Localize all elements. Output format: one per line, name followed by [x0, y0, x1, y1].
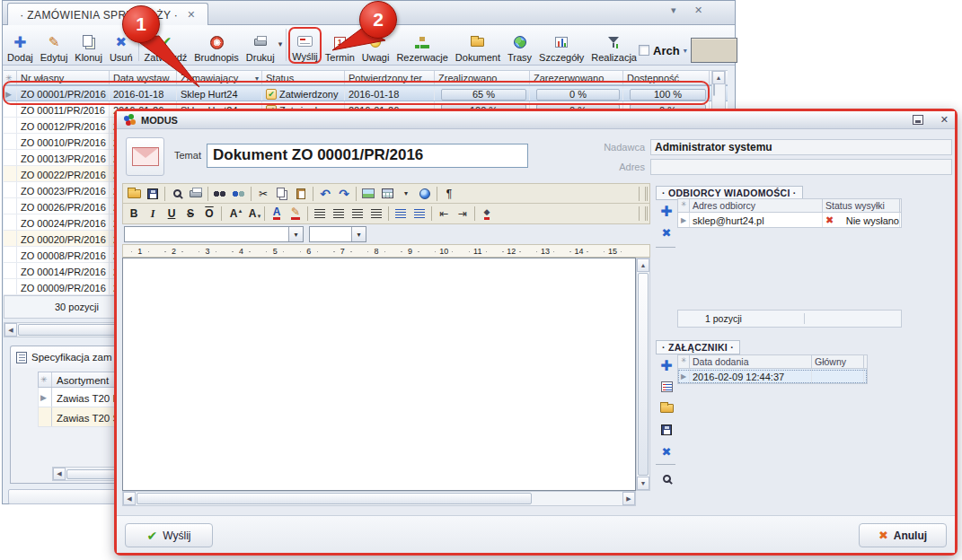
- recipients-col-address[interactable]: Adres odbiorcy: [690, 199, 823, 212]
- dd-icon[interactable]: ▾: [397, 185, 415, 202]
- scroll-right-icon[interactable]: ▶: [622, 492, 635, 505]
- recipients-col-status[interactable]: Status wysyłki: [823, 199, 900, 212]
- globe-icon[interactable]: [416, 185, 434, 202]
- toolbar-button-reserve[interactable]: Rezerwacje: [393, 27, 451, 64]
- scroll-thumb[interactable]: [137, 493, 532, 504]
- arch-checkbox[interactable]: [639, 45, 649, 56]
- align-right-icon[interactable]: [349, 206, 366, 223]
- pilcrow-icon[interactable]: ¶: [440, 185, 458, 202]
- indent-icon[interactable]: ⇥: [454, 206, 472, 223]
- tab-close-icon[interactable]: ✕: [187, 9, 196, 21]
- editor-vscrollbar[interactable]: ▲ ▼: [636, 258, 650, 491]
- scroll-thumb[interactable]: [713, 83, 715, 96]
- undo-icon[interactable]: ↶: [316, 185, 334, 202]
- scroll-thumb[interactable]: [638, 273, 649, 476]
- italic-icon[interactable]: I: [144, 206, 162, 223]
- font-down-icon[interactable]: A: [243, 206, 261, 223]
- send-button[interactable]: ✔ Wyślij: [125, 523, 213, 547]
- cancel-button[interactable]: ✖ Anuluj: [859, 523, 947, 547]
- ink-icon[interactable]: ◆: [478, 206, 496, 223]
- address-field[interactable]: [650, 159, 952, 175]
- cut-icon[interactable]: ✂: [254, 185, 272, 202]
- open-icon[interactable]: [125, 185, 143, 202]
- scroll-up-icon[interactable]: ▲: [712, 71, 725, 84]
- add-recipient-button[interactable]: ✚: [658, 202, 675, 220]
- column-header[interactable]: Status: [262, 71, 345, 84]
- copy-icon[interactable]: [273, 185, 291, 202]
- paste-icon[interactable]: [292, 185, 310, 202]
- save-attachment-button[interactable]: [658, 421, 675, 439]
- strike-icon[interactable]: S: [181, 206, 199, 223]
- font-up-icon[interactable]: A: [225, 206, 243, 223]
- column-header[interactable]: Data wystaw...: [110, 71, 177, 84]
- font-size-select[interactable]: [309, 226, 366, 242]
- toolbar-button-document[interactable]: Dokument: [452, 27, 504, 64]
- subject-input[interactable]: Dokument ZO 00001/PR/2016: [207, 144, 528, 168]
- numbering-icon[interactable]: [410, 206, 428, 223]
- font-select[interactable]: [124, 226, 304, 242]
- highlight-icon[interactable]: ✎: [287, 206, 304, 223]
- toolbar-button-draft[interactable]: Brudnopis: [190, 27, 243, 64]
- replace-icon[interactable]: [230, 185, 248, 202]
- image-icon[interactable]: [359, 185, 377, 202]
- align-justify-icon[interactable]: [367, 206, 385, 223]
- outdent-icon[interactable]: ⇤: [435, 206, 453, 223]
- attachment-row[interactable]: ▶ 2016-02-09 12:44:37: [677, 369, 868, 384]
- scroll-left-icon[interactable]: ◀: [53, 468, 66, 480]
- column-header[interactable]: Nr własny: [17, 71, 110, 84]
- chevron-down-icon[interactable]: ▾: [684, 47, 687, 55]
- align-center-icon[interactable]: [330, 206, 348, 223]
- scroll-left-icon[interactable]: ◀: [123, 492, 136, 505]
- editor-hscrollbar[interactable]: ◀ ▶: [122, 491, 636, 506]
- underline-icon[interactable]: U: [163, 206, 181, 223]
- dialog-title-bar[interactable]: MODUS ✕: [117, 111, 955, 129]
- column-header[interactable]: Zamawiający▾: [177, 71, 262, 84]
- print-dropdown-icon[interactable]: ▾: [278, 39, 283, 48]
- dialog-close-icon[interactable]: ✕: [940, 114, 949, 126]
- scroll-up-icon[interactable]: ▲: [637, 258, 649, 272]
- toolbar-button-details[interactable]: Szczegóły: [535, 27, 587, 64]
- order-row[interactable]: ▶ZO 00001/PR/20162016-01-18Sklep Hurt24✔…: [4, 85, 728, 101]
- tab-sales-orders[interactable]: · ZAMÓWIENIA SPRZEDAŻY · ✕: [7, 3, 208, 26]
- column-header[interactable]: Potwierdzony ter...: [345, 71, 435, 84]
- toolbar-button-print[interactable]: Drukuj: [243, 27, 278, 64]
- column-header[interactable]: Dostępność: [623, 71, 710, 84]
- toolbar-button-routes[interactable]: Trasy: [504, 27, 535, 64]
- attachments-col-date[interactable]: Data dodania: [690, 355, 812, 368]
- dialog-minimize-icon[interactable]: [913, 115, 923, 125]
- add-attachment-button[interactable]: ✚: [658, 356, 675, 374]
- toolbar-button-send[interactable]: Wyślij: [288, 27, 322, 64]
- sender-field[interactable]: Administrator systemu: [650, 139, 952, 155]
- attachments-col-main[interactable]: Główny: [812, 355, 864, 368]
- preview-icon[interactable]: [168, 185, 186, 202]
- toolbar-button-realization[interactable]: Realizacja: [587, 27, 640, 64]
- window-close-icon[interactable]: ✕: [694, 4, 702, 16]
- find-icon[interactable]: [211, 185, 229, 202]
- toolbar-button-edit[interactable]: ✎Edytuj: [37, 27, 72, 64]
- column-header[interactable]: Zarezerwowano: [530, 71, 623, 84]
- remove-recipient-button[interactable]: ✖: [658, 223, 675, 241]
- recipient-row[interactable]: ▶ sklep@hurt24.pl ✖ Nie wysłano: [677, 213, 902, 228]
- column-header[interactable]: Zrealizowano: [435, 71, 530, 84]
- bold-icon[interactable]: B: [125, 206, 143, 223]
- editor-canvas[interactable]: [122, 258, 636, 491]
- save-icon[interactable]: [144, 185, 162, 202]
- toolbar-button-term[interactable]: 1Termin: [322, 27, 358, 64]
- scroll-left-icon[interactable]: ◀: [4, 323, 17, 337]
- scroll-down-icon[interactable]: ▼: [637, 477, 649, 490]
- redo-icon[interactable]: ↷: [335, 185, 353, 202]
- preview-attachment-button[interactable]: [658, 469, 675, 487]
- bullets-icon[interactable]: [392, 206, 410, 223]
- remove-attachment-button[interactable]: ✖: [658, 442, 675, 460]
- open-attachment-button[interactable]: [658, 399, 675, 417]
- overline-icon[interactable]: O: [200, 206, 218, 223]
- toolbar-button-add[interactable]: ✚Dodaj: [4, 27, 37, 64]
- toolbar-button-clone[interactable]: Klonuj: [71, 27, 106, 64]
- align-left-icon[interactable]: [311, 206, 329, 223]
- print-icon[interactable]: [187, 185, 205, 202]
- font-color-icon[interactable]: A: [268, 206, 286, 223]
- attachment-list-button[interactable]: [658, 378, 675, 396]
- filter-icon[interactable]: ▾: [255, 74, 259, 83]
- table-icon[interactable]: [378, 185, 396, 202]
- window-menu-icon[interactable]: ▾: [671, 4, 676, 16]
